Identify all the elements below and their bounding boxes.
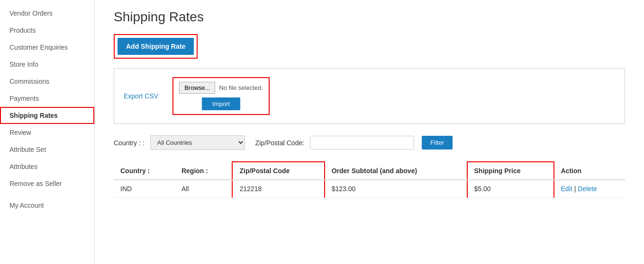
td-subtotal: $123.00 <box>325 180 467 198</box>
import-button[interactable]: Import <box>202 97 240 110</box>
th-shipping-price: Shipping Price <box>467 162 554 180</box>
shipping-rates-table: Country : Region : Zip/Postal Code Order… <box>114 161 625 198</box>
sidebar: Vendor Orders Products Customer Enquirie… <box>0 0 95 264</box>
td-action: Edit|Delete <box>554 180 625 198</box>
import-area: Browse... No file selected. Import <box>172 77 270 115</box>
sidebar-item-attribute-set[interactable]: Attribute Set <box>0 141 94 158</box>
sidebar-item-my-account[interactable]: My Account <box>0 197 94 214</box>
country-select[interactable]: All Countries India United States United… <box>150 135 245 150</box>
zip-label: Zip/Postal Code: <box>255 139 305 147</box>
action-separator: | <box>574 185 576 193</box>
browse-button[interactable]: Browse... <box>179 82 215 94</box>
sidebar-item-products[interactable]: Products <box>0 22 94 39</box>
zip-input[interactable] <box>310 136 414 150</box>
sidebar-item-remove-as-seller[interactable]: Remove as Seller <box>0 175 94 192</box>
sidebar-item-attributes[interactable]: Attributes <box>0 158 94 175</box>
filter-button[interactable]: Filter <box>422 136 453 150</box>
export-csv-link[interactable]: Export CSV <box>124 92 158 100</box>
th-action: Action <box>554 162 625 180</box>
sidebar-item-store-info[interactable]: Store Info <box>0 56 94 73</box>
td-country: IND <box>114 180 175 198</box>
country-label: Country : : <box>114 139 145 147</box>
add-rate-box: Add Shipping Rate <box>114 34 198 59</box>
main-content: Shipping Rates Add Shipping Rate Export … <box>95 0 644 264</box>
add-shipping-rate-button[interactable]: Add Shipping Rate <box>118 38 194 55</box>
delete-link[interactable]: Delete <box>578 185 597 193</box>
td-shipping-price: $5.00 <box>467 180 554 198</box>
no-file-text: No file selected. <box>219 84 263 91</box>
app-layout: Vendor Orders Products Customer Enquirie… <box>0 0 644 264</box>
sidebar-item-review[interactable]: Review <box>0 124 94 141</box>
sidebar-item-payments[interactable]: Payments <box>0 90 94 107</box>
browse-row: Browse... No file selected. <box>179 82 263 94</box>
th-region: Region : <box>175 162 233 180</box>
sidebar-item-shipping-rates[interactable]: Shipping Rates <box>0 107 94 124</box>
filter-row: Country : : All Countries India United S… <box>114 135 625 150</box>
th-zip: Zip/Postal Code <box>232 162 324 180</box>
csv-area: Export CSV Browse... No file selected. I… <box>114 68 625 124</box>
table-row: IND All 212218 $123.00 $5.00 Edit|Delete <box>114 180 625 198</box>
sidebar-item-vendor-orders[interactable]: Vendor Orders <box>0 5 94 22</box>
sidebar-item-customer-enquiries[interactable]: Customer Enquiries <box>0 39 94 56</box>
edit-link[interactable]: Edit <box>561 185 572 193</box>
td-zip: 212218 <box>232 180 324 198</box>
sidebar-item-commissions[interactable]: Commissions <box>0 73 94 90</box>
table-header-row: Country : Region : Zip/Postal Code Order… <box>114 162 625 180</box>
th-subtotal: Order Subtotal (and above) <box>325 162 467 180</box>
th-country: Country : <box>114 162 175 180</box>
td-region: All <box>175 180 233 198</box>
page-title: Shipping Rates <box>114 9 625 25</box>
